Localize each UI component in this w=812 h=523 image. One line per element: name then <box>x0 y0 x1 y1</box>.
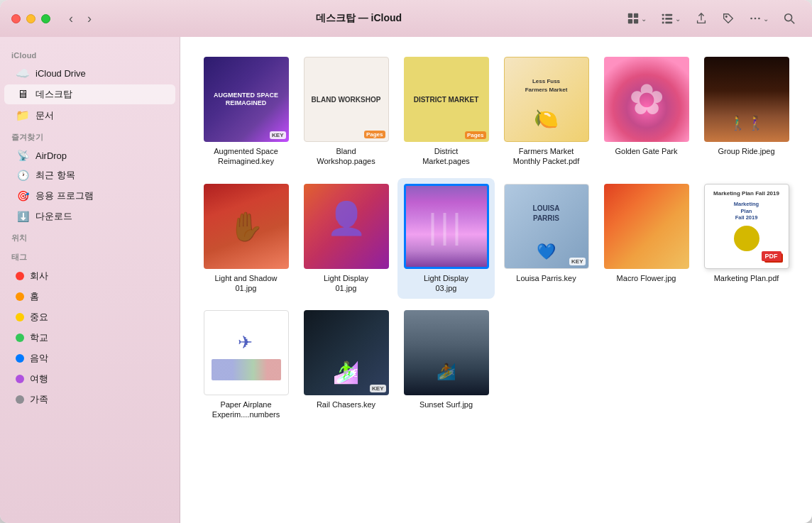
pages-badge-district: Pages <box>465 131 486 139</box>
tag-label-school: 학교 <box>30 331 48 344</box>
icloud-drive-label: iCloud Drive <box>35 68 86 79</box>
file-item-macro[interactable]: Macro Flower.jpg <box>598 178 695 299</box>
tag-dot-school <box>16 334 24 342</box>
file-thumbnail-louisa: KEY <box>504 184 589 269</box>
search-button[interactable] <box>778 9 801 28</box>
share-button[interactable] <box>690 9 713 28</box>
svg-rect-2 <box>628 19 632 23</box>
search-icon <box>783 12 796 25</box>
file-item-farmers[interactable]: Farmers MarketMonthly Packet.pdf <box>498 51 595 172</box>
file-item-golden[interactable]: Golden Gate Park <box>598 51 695 172</box>
file-name-sunset: Sunset Surf.jpg <box>419 400 473 409</box>
group-button[interactable]: ⌄ <box>656 9 686 28</box>
file-name-marketing: Marketing Plan.pdf <box>714 273 779 283</box>
file-thumbnail-shadow <box>204 184 289 269</box>
sidebar-item-documents[interactable]: 📁 문서 <box>4 105 175 126</box>
tag-dot-home <box>16 292 24 301</box>
locations-section-label: 위치 <box>0 227 180 246</box>
sidebar-item-tag-important[interactable]: 중요 <box>4 307 175 327</box>
dropdown-chevron-icon: ⌄ <box>675 15 681 23</box>
file-name-augmented: Augmented SpaceReimagined.key <box>214 146 278 167</box>
share-icon <box>695 12 708 25</box>
documents-label: 문서 <box>35 109 54 122</box>
svg-rect-0 <box>628 13 632 18</box>
sidebar-item-tag-family[interactable]: 가족 <box>4 390 175 409</box>
file-name-district: DistrictMarket.pages <box>422 146 470 167</box>
svg-rect-5 <box>665 14 672 16</box>
sidebar-item-tag-company[interactable]: 회사 <box>4 266 175 286</box>
tags-section-label: 태그 <box>0 246 180 265</box>
file-item-marketing[interactable]: MarketingPlanFall 2019 PDF Marketing Pla… <box>698 178 795 299</box>
tag-button[interactable] <box>717 9 740 28</box>
grid-icon <box>627 12 640 25</box>
file-item-paper[interactable]: Paper AirplaneExperim....numbers <box>197 304 295 426</box>
tag-dot-important <box>16 313 24 321</box>
file-item-district[interactable]: Pages DistrictMarket.pages <box>397 51 495 172</box>
file-thumbnail-sunset <box>404 310 489 395</box>
file-name-paper: Paper AirplaneExperim....numbers <box>212 400 280 420</box>
file-name-golden: Golden Gate Park <box>615 146 677 156</box>
forward-button[interactable]: › <box>83 9 96 28</box>
airdrop-label: AirDrop <box>35 150 67 161</box>
file-thumbnail-district: Pages <box>404 57 489 142</box>
sidebar-item-tag-music[interactable]: 음악 <box>4 348 175 368</box>
close-button[interactable] <box>11 14 21 23</box>
sidebar-item-tag-travel[interactable]: 여행 <box>4 369 175 389</box>
svg-point-11 <box>750 18 752 20</box>
documents-icon: 📁 <box>16 109 30 122</box>
sidebar-item-tag-school[interactable]: 학교 <box>4 328 175 348</box>
file-thumbnail-farmers <box>504 57 589 142</box>
group-icon <box>661 12 674 25</box>
titlebar: ‹ › 데스크탑 — iCloud ⌄ ⌄ <box>0 0 812 37</box>
file-item-bland[interactable]: Pages BlandWorkshop.pages <box>297 51 395 172</box>
ellipsis-icon <box>749 12 762 25</box>
applications-icon: 🎯 <box>16 190 30 202</box>
file-name-rail: Rail Chasers.key <box>317 400 375 409</box>
sidebar-item-icloud-drive[interactable]: ☁️ iCloud Drive <box>4 63 175 84</box>
file-thumbnail-macro <box>604 184 689 269</box>
sidebar-item-desktop[interactable]: 🖥 데스크탑 <box>4 84 175 104</box>
file-item-shadow[interactable]: Light and Shadow01.jpg <box>197 178 295 299</box>
svg-rect-6 <box>662 18 664 20</box>
back-button[interactable]: ‹ <box>65 9 77 28</box>
keynote-badge-rail: KEY <box>370 385 385 392</box>
svg-rect-3 <box>634 19 638 23</box>
file-thumbnail-lightdisp03 <box>404 184 489 269</box>
file-item-rail[interactable]: KEY Rail Chasers.key <box>297 304 395 426</box>
file-name-lightdisp01: Light Display01.jpg <box>324 273 368 294</box>
svg-point-12 <box>755 18 757 20</box>
file-item-louisa[interactable]: KEY Louisa Parris.key <box>498 178 595 299</box>
svg-rect-1 <box>634 13 638 18</box>
file-item-sunset[interactable]: Sunset Surf.jpg <box>397 304 495 426</box>
sidebar-item-recents[interactable]: 🕐 최근 항목 <box>4 165 175 185</box>
airdrop-icon: 📡 <box>16 150 30 161</box>
view-toggle-button[interactable]: ⌄ <box>622 9 652 28</box>
file-item-lightdisp03[interactable]: Light Display03.jpg <box>397 178 495 299</box>
files-grid: KEY Augmented SpaceReimagined.key Pages … <box>197 51 795 426</box>
keynote-badge: KEY <box>270 131 285 139</box>
file-name-louisa: Louisa Parris.key <box>516 273 576 283</box>
file-name-shadow: Light and Shadow01.jpg <box>214 273 277 294</box>
toolbar-tools: ⌄ ⌄ <box>622 9 801 28</box>
more-button[interactable]: ⌄ <box>744 9 774 28</box>
file-item-augmented[interactable]: KEY Augmented SpaceReimagined.key <box>197 51 295 172</box>
maximize-button[interactable] <box>41 14 50 23</box>
svg-point-13 <box>758 18 760 20</box>
file-item-lightdisp01[interactable]: Light Display01.jpg <box>297 178 395 299</box>
recents-label: 최근 항목 <box>35 169 75 182</box>
minimize-button[interactable] <box>26 14 35 23</box>
applications-label: 응용 프로그램 <box>35 189 94 202</box>
navigation-controls: ‹ › <box>65 9 96 28</box>
sidebar-item-downloads[interactable]: ⬇️ 다운로드 <box>4 207 175 226</box>
finder-window: ‹ › 데스크탑 — iCloud ⌄ ⌄ <box>0 0 812 523</box>
tag-label-music: 음악 <box>30 352 48 365</box>
file-browser-content: KEY Augmented SpaceReimagined.key Pages … <box>180 37 812 523</box>
sidebar-item-applications[interactable]: 🎯 응용 프로그램 <box>4 186 175 206</box>
sidebar-item-airdrop[interactable]: 📡 AirDrop <box>4 146 175 165</box>
tag-label-company: 회사 <box>30 270 48 282</box>
file-item-group[interactable]: Group Ride.jpeg <box>698 51 795 172</box>
downloads-label: 다운로드 <box>35 210 72 223</box>
pdf-badge: PDF <box>764 253 783 263</box>
icloud-drive-icon: ☁️ <box>16 67 30 80</box>
sidebar-item-tag-home[interactable]: 홈 <box>4 287 175 307</box>
